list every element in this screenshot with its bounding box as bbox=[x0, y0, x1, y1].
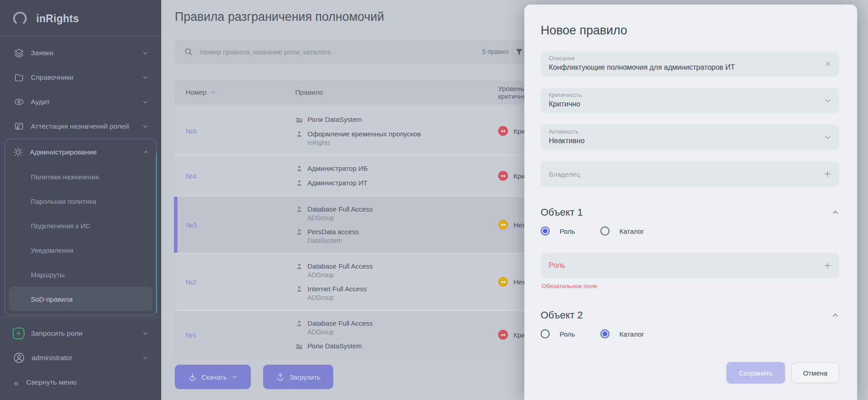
sidebar-subitem-parolnaya-politika[interactable]: Парольная политика bbox=[9, 189, 153, 213]
validation-error: Обязательное поле bbox=[541, 283, 839, 289]
chevron-down-icon bbox=[824, 96, 832, 105]
user-icon bbox=[295, 228, 303, 236]
object2-title: Объект 2 bbox=[541, 309, 583, 321]
table-row[interactable]: №2 Database Full Access ADGroup Internet… bbox=[175, 253, 546, 310]
sidebar-group-administration: Администрирование Политики назначения Па… bbox=[5, 139, 157, 315]
role-system: ADGroup bbox=[307, 294, 367, 302]
table-header: Номер Правило Уровень критичности bbox=[175, 80, 546, 104]
rules-count: 5 правил bbox=[482, 48, 508, 55]
object1-role-field[interactable]: Роль bbox=[541, 253, 839, 278]
sidebar: inRights Заявки Справочники Аудит bbox=[0, 0, 161, 400]
criticality-badge-icon bbox=[498, 126, 508, 136]
eye-icon bbox=[14, 96, 24, 107]
sidebar-item-spravochniki[interactable]: Справочники bbox=[0, 65, 161, 90]
cancel-button[interactable]: Отмена bbox=[791, 362, 839, 383]
chevron-down-icon bbox=[142, 355, 149, 361]
sidebar-item-attestacia[interactable]: Аттестация назначений ролей bbox=[0, 114, 161, 139]
sidebar-item-request-roles[interactable]: Запросить роли bbox=[0, 321, 161, 346]
chevron-up-icon[interactable] bbox=[832, 209, 839, 216]
sidebar-scrollbar-thumb[interactable] bbox=[156, 152, 157, 313]
table-row[interactable]: №1 Database Full Access ADGroup Роли Dat… bbox=[175, 310, 546, 359]
sidebar-item-audit[interactable]: Аудит bbox=[0, 90, 161, 114]
user-icon bbox=[295, 179, 303, 187]
clear-icon[interactable] bbox=[825, 60, 832, 67]
object1-type-radios: Роль Каталог bbox=[541, 227, 839, 236]
filter-icon[interactable] bbox=[515, 48, 523, 56]
user-icon bbox=[295, 285, 303, 293]
sidebar-item-administrirovanie[interactable]: Администрирование bbox=[5, 140, 156, 164]
table-actions: Скачать Загрузить bbox=[175, 365, 333, 389]
role-name: Оформление временных пропусков bbox=[307, 130, 421, 139]
field-value: Конфликтующие полномочия для администрат… bbox=[549, 63, 815, 72]
rule-number: №4 bbox=[175, 172, 295, 180]
rule-number: №3 bbox=[175, 221, 295, 229]
role-name: Database Full Access bbox=[307, 205, 373, 214]
sidebar-item-label: Аттестация назначений ролей bbox=[31, 122, 129, 130]
role-system: DataSystem bbox=[307, 236, 359, 245]
role-system: ADGroup bbox=[307, 214, 373, 222]
table-row[interactable]: №5 Роли DataSystem Оформление временных … bbox=[175, 107, 546, 155]
column-header-number[interactable]: Номер bbox=[175, 88, 295, 96]
radio-label[interactable]: Каталог bbox=[619, 330, 644, 338]
criticality-badge-icon bbox=[498, 330, 508, 340]
sidebar-subitem-marshruty[interactable]: Маршруты bbox=[9, 262, 153, 287]
sidebar-subitem-sod-pravila[interactable]: SoD-правила bbox=[9, 287, 153, 311]
object1-section-header: Объект 1 bbox=[541, 207, 839, 218]
new-rule-panel: Новое правило Описание Конфликтующие пол… bbox=[524, 5, 857, 400]
plus-icon[interactable] bbox=[823, 261, 832, 270]
panel-title: Новое правило bbox=[541, 24, 839, 38]
activity-select[interactable]: Активность Неактивно bbox=[541, 125, 839, 150]
radio-label[interactable]: Каталог bbox=[619, 227, 644, 235]
search-input[interactable] bbox=[199, 48, 476, 56]
description-field[interactable]: Описание Конфликтующие полномочия для ад… bbox=[541, 51, 839, 77]
sidebar-subitem-podklyucheniya-k-is[interactable]: Подключения к ИС bbox=[9, 213, 153, 238]
role-name: Роли DataSystem bbox=[307, 342, 362, 351]
field-label: Описание bbox=[549, 55, 815, 62]
radio-label[interactable]: Роль bbox=[560, 227, 575, 235]
save-button[interactable]: Сохранить bbox=[726, 362, 785, 384]
field-label: Активность bbox=[549, 129, 815, 135]
rule-number: №2 bbox=[175, 278, 295, 286]
table-row[interactable]: №4 Администратор ИБ Администратор ИТ Кри… bbox=[175, 155, 546, 196]
sidebar-footer-divider bbox=[0, 317, 161, 318]
role-name: Database Full Access bbox=[307, 262, 373, 271]
download-button[interactable]: Скачать bbox=[175, 365, 251, 389]
chevron-up-icon[interactable] bbox=[832, 312, 839, 319]
radio-label[interactable]: Роль bbox=[560, 330, 575, 338]
sidebar-subitem-politiki-naznacheniya[interactable]: Политики назначения bbox=[9, 164, 153, 189]
sort-descending-icon bbox=[210, 89, 216, 95]
object1-title: Объект 1 bbox=[541, 207, 583, 218]
radio-role[interactable] bbox=[541, 329, 550, 338]
sidebar-item-user-menu[interactable]: administrator bbox=[0, 346, 161, 370]
chevron-down-icon bbox=[142, 99, 149, 105]
criticality-badge-icon bbox=[498, 171, 508, 181]
radio-catalog[interactable] bbox=[600, 227, 609, 236]
collapse-icon: « bbox=[14, 378, 19, 387]
sidebar-item-label: Справочники bbox=[31, 73, 73, 82]
criticality-select[interactable]: Критичность Критично bbox=[541, 88, 839, 113]
logo-text: inRights bbox=[36, 13, 79, 25]
chevron-down-icon bbox=[824, 133, 832, 141]
chevron-up-icon bbox=[143, 149, 149, 155]
upload-icon bbox=[276, 372, 285, 381]
role-name: PersData access bbox=[307, 227, 359, 236]
upload-button[interactable]: Загрузить bbox=[263, 365, 333, 389]
sidebar-subitem-uvedomleniya[interactable]: Уведомления bbox=[9, 238, 153, 262]
folder-icon bbox=[14, 72, 24, 83]
table-row-selected[interactable]: №3 Database Full Access ADGroup PersData… bbox=[175, 196, 546, 253]
plus-icon[interactable] bbox=[823, 170, 832, 178]
radio-catalog-selected[interactable] bbox=[600, 329, 609, 338]
user-icon bbox=[295, 130, 303, 138]
chevron-down-icon bbox=[142, 330, 149, 337]
radio-role-selected[interactable] bbox=[541, 227, 550, 236]
owner-field[interactable]: Владелец bbox=[541, 161, 839, 187]
download-icon bbox=[188, 372, 197, 381]
field-label-required: Роль bbox=[549, 261, 565, 270]
sidebar-item-zayavki[interactable]: Заявки bbox=[0, 41, 161, 65]
logo: inRights bbox=[0, 0, 161, 33]
role-name: Database Full Access bbox=[307, 319, 373, 328]
sidebar-item-collapse-menu[interactable]: « Свернуть меню bbox=[0, 370, 161, 395]
user-icon bbox=[295, 205, 303, 213]
user-icon bbox=[295, 164, 303, 173]
role-system: inRights bbox=[307, 139, 421, 147]
